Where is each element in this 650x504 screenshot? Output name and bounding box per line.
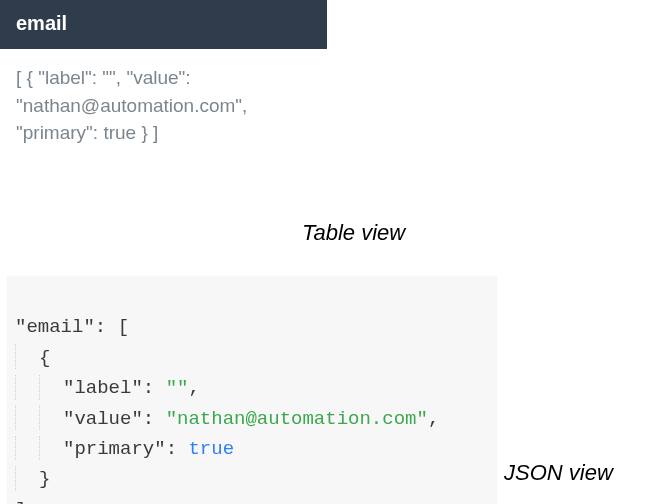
json-brace-open: {: [39, 347, 50, 369]
json-val-primary: true: [188, 438, 234, 460]
json-val-value: "nathan@automation.com": [166, 408, 428, 430]
json-key-email: "email": [15, 316, 95, 338]
table-cell-value: [ { "label": "", "value": "nathan@automa…: [16, 67, 247, 143]
json-code-block: "email": [ { "label": "", "value": "nath…: [7, 276, 497, 504]
json-comma: ,: [428, 408, 439, 430]
json-brace-close: }: [39, 468, 50, 490]
json-val-label: "": [166, 377, 189, 399]
json-key-primary: "primary": [63, 438, 166, 460]
caption-json-view: JSON view: [504, 460, 613, 486]
json-punct: : [: [95, 316, 129, 338]
json-indent-guide: [39, 375, 63, 400]
json-bracket-close: ],: [15, 499, 38, 504]
json-key-value: "value": [63, 408, 143, 430]
table-cell-email: [ { "label": "", "value": "nathan@automa…: [0, 50, 328, 157]
json-indent-guide: [15, 436, 39, 461]
caption-table-view: Table view: [302, 220, 405, 246]
json-indent-guide: [39, 436, 63, 461]
json-indent-guide: [15, 405, 39, 430]
json-indent-guide: [39, 405, 63, 430]
json-indent-guide: [15, 375, 39, 400]
table-header-email: email: [0, 0, 328, 50]
json-indent-guide: [15, 344, 39, 369]
json-colon: :: [143, 408, 166, 430]
table-header-label: email: [16, 12, 67, 34]
json-key-label: "label": [63, 377, 143, 399]
json-colon: :: [166, 438, 189, 460]
json-comma: ,: [188, 377, 199, 399]
json-indent-guide: [15, 466, 39, 491]
json-colon: :: [143, 377, 166, 399]
